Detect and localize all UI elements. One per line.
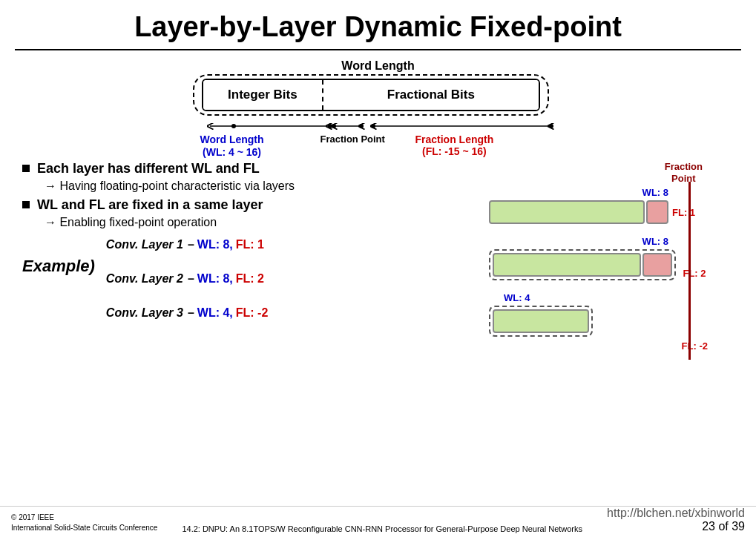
svg-point-5 xyxy=(359,124,364,128)
bullet-1: Each layer has different WL and FL xyxy=(22,161,489,177)
dashed-outer-box: Integer Bits Fractional Bits xyxy=(193,74,549,116)
svg-point-8 xyxy=(549,124,553,128)
sub-bullet-1: → Having floating-point characteristic v… xyxy=(45,179,489,193)
bullet-1-text: Each layer has different WL and FL xyxy=(37,161,260,177)
footer-center: 14.2: DNPU: An 8.1TOPS/W Reconfigurable … xyxy=(157,524,607,533)
wl-annotation: Word Length(WL: 4 ~ 16) xyxy=(200,134,264,159)
bullet-2-text: WL and FL are fixed in a same layer xyxy=(37,197,263,213)
green-bar-1 xyxy=(489,200,645,224)
fl-label-3: FL: -2 xyxy=(682,340,708,352)
slide: Layer-by-Layer Dynamic Fixed-point Word … xyxy=(0,0,756,537)
bullet-square-1 xyxy=(22,165,30,172)
layer-row-1: Conv. Layer 1 – WL: 8, FL: 1 xyxy=(106,238,269,251)
bullet-square-2 xyxy=(22,201,30,208)
footer-url: http://blchen.net/xbinworld xyxy=(607,507,745,520)
arrows-container: Word Length(WL: 4 ~ 16) xyxy=(200,116,556,157)
bar-dashed-2 xyxy=(489,249,676,280)
inner-solid-box: Integer Bits Fractional Bits xyxy=(202,79,540,111)
fp-right-label: FractionPoint xyxy=(665,161,703,184)
pink-bar-2 xyxy=(642,253,672,277)
bar-row-1: FL: 1 xyxy=(489,200,741,224)
integer-bits-label: Integer Bits xyxy=(203,80,324,110)
green-bar-3 xyxy=(493,309,589,333)
fl-label-1: FL: 1 xyxy=(672,207,695,218)
example-section: Example) Conv. Layer 1 – WL: 8, FL: 1 Co… xyxy=(22,238,489,329)
footer-right: http://blchen.net/xbinworld 23 of 39 xyxy=(607,507,745,533)
diagram-wrapper: Integer Bits Fractional Bits xyxy=(193,74,564,157)
page-number: 23 of 39 xyxy=(702,520,745,533)
wl-label-1: WL: 8 xyxy=(489,187,741,198)
bar-container-3: WL: 4 FL: -2 xyxy=(489,292,741,337)
green-bar-2 xyxy=(493,253,641,277)
layer-row-2: Conv. Layer 2 – WL: 8, FL: 2 xyxy=(106,272,269,286)
right-diagram: FractionPoint WL: 8 FL: 1 WL: 8 xyxy=(489,161,741,349)
wl-label-2: WL: 8 xyxy=(489,236,741,247)
left-panel: Each layer has different WL and FL → Hav… xyxy=(15,161,489,349)
fp-annotation: Fraction Point xyxy=(321,134,385,145)
fl-label-2: FL: 2 xyxy=(683,268,706,279)
layer-row-3: Conv. Layer 3 – WL: 4, FL: -2 xyxy=(106,306,269,320)
fp-arrow xyxy=(323,120,367,132)
sub-bullet-2: → Enabling fixed-point operation xyxy=(45,216,489,229)
slide-title: Layer-by-Layer Dynamic Fixed-point xyxy=(15,7,741,50)
footer-left: © 2017 IEEE International Solid-State Ci… xyxy=(11,513,157,533)
fl-arrow xyxy=(367,120,556,132)
bar-container-2: WL: 8 FL: 2 xyxy=(489,236,741,280)
fl-annotation: Fraction Length(FL: -15 ~ 16) xyxy=(415,134,494,157)
fractional-bits-label: Fractional Bits xyxy=(323,80,538,110)
example-label: Example) xyxy=(22,257,95,276)
layer-list: Conv. Layer 1 – WL: 8, FL: 1 Conv. Layer… xyxy=(106,238,269,329)
bullet-2: WL and FL are fixed in a same layer xyxy=(22,197,489,213)
bar-dashed-3 xyxy=(489,306,593,337)
fp-vertical-line xyxy=(688,182,691,360)
wl-label-3: WL: 4 xyxy=(489,292,741,303)
pink-bar-1 xyxy=(646,200,668,224)
word-length-top-label: Word Length xyxy=(341,59,414,73)
main-content: Each layer has different WL and FL → Hav… xyxy=(15,161,741,349)
diagram-section: Word Length Integer Bits Fractional Bits xyxy=(15,59,741,157)
wl-arrow xyxy=(204,120,341,132)
footer: © 2017 IEEE International Solid-State Ci… xyxy=(0,506,756,533)
bar-container-1: WL: 8 FL: 1 xyxy=(489,187,741,224)
